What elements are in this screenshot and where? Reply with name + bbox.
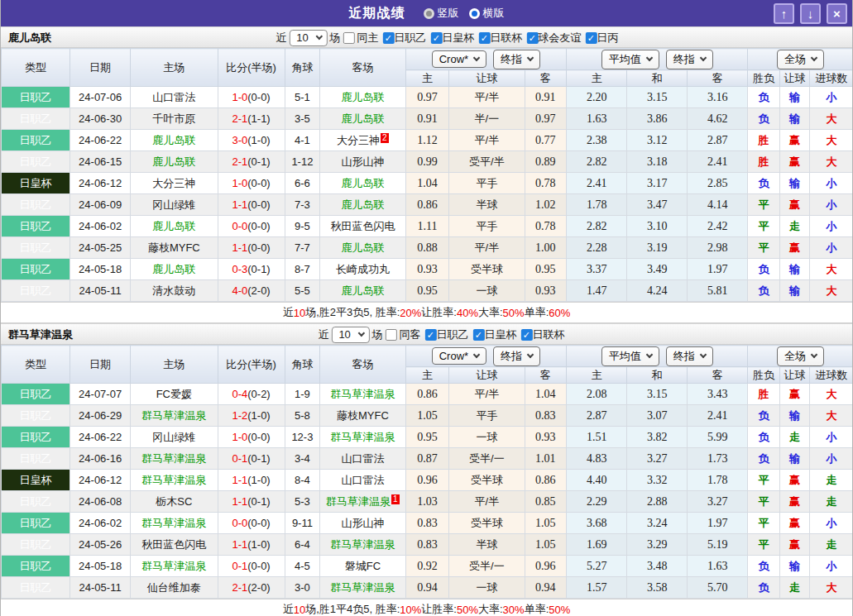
average-select[interactable]: 平均值 — [601, 346, 659, 366]
corners-cell: 6-4 — [285, 534, 320, 556]
checkbox-label: 同客 — [399, 327, 420, 342]
result-text: 胜 — [758, 388, 769, 400]
handicap-away-odds: 1.00 — [525, 237, 567, 259]
league-checkbox[interactable]: ✓球会友谊 — [526, 31, 581, 45]
section-header-1: 鹿儿岛联近10场同主✓日职乙✓日皇杯✓日联杯✓球会友谊✓日丙 — [1, 26, 852, 48]
close-button[interactable]: × — [827, 3, 847, 24]
bookmaker-select[interactable]: Crow* — [432, 50, 486, 68]
column-header: 日期 — [70, 346, 131, 384]
result-winloss: 平 — [748, 237, 780, 259]
fulltime-score: 3-0 — [232, 134, 247, 146]
home-team-name: 冈山绿雉 — [152, 431, 195, 443]
league-checkbox[interactable]: ✓日联杯 — [478, 31, 522, 45]
home-team-name[interactable]: 鹿儿岛联 — [152, 263, 195, 275]
handicap-home-odds: 1.04 — [405, 173, 449, 194]
away-team-name[interactable]: 鹿儿岛联 — [341, 284, 384, 297]
match-row: 日职乙24-05-26秋田蓝色闪电1-1(1-0)6-4群马草津温泉0.83半球… — [2, 534, 853, 556]
match-count-value: 10 — [296, 31, 308, 44]
corners-cell: 12-3 — [285, 427, 320, 448]
final-odds-select[interactable]: 终指 — [493, 346, 540, 366]
bookmaker-select[interactable]: Crow* — [432, 347, 486, 365]
home-team-cell: 群马草津温泉 — [131, 448, 218, 470]
chevron-down-icon — [315, 32, 322, 39]
result-goals: 大 — [810, 130, 853, 151]
home-team-cell: 鹿儿岛联 — [131, 259, 218, 280]
europe-draw-odds: 3.32 — [627, 470, 688, 491]
corners-cell: 5-1 — [285, 87, 320, 108]
match-count-select[interactable]: 10 — [289, 30, 327, 46]
checkbox-label: 日丙 — [597, 31, 618, 45]
chevron-down-icon — [811, 55, 817, 61]
home-team-name[interactable]: 群马草津温泉 — [141, 474, 206, 486]
layout-radio-vertical[interactable]: 竖版 — [424, 6, 459, 21]
match-row: 日职乙24-06-09冈山绿雉1-1(0-0)7-3鹿儿岛联0.86半球1.02… — [2, 194, 853, 216]
dropdown-label: 平均值 — [609, 52, 641, 67]
match-scope-select[interactable]: 全场 — [777, 50, 824, 69]
layout-radio-horizontal[interactable]: 横版 — [469, 6, 505, 21]
average-select[interactable]: 平均值 — [601, 50, 659, 69]
summary-segment: 大率: — [478, 602, 503, 616]
away-team-name[interactable]: 鹿儿岛联 — [341, 241, 384, 254]
fulltime-score: 1-1 — [232, 198, 247, 211]
europe-home-odds: 3.37 — [567, 259, 627, 280]
result-text: 平 — [758, 538, 769, 551]
result-text: 负 — [758, 177, 769, 189]
move-up-button[interactable]: ↑ — [774, 3, 794, 24]
handicap-line: 一球 — [449, 427, 525, 448]
score-cell: 0-0(0-0) — [218, 513, 285, 534]
result-text: 赢 — [789, 155, 800, 168]
away-team-name[interactable]: 鹿儿岛联 — [341, 112, 384, 125]
corners-cell: 3-0 — [285, 577, 320, 599]
league-type-cell: 日职乙 — [2, 534, 70, 556]
final-odds-select[interactable]: 终指 — [493, 50, 540, 69]
league-checkbox[interactable]: ✓日皇杯 — [430, 31, 474, 45]
home-team-name[interactable]: 群马草津温泉 — [141, 452, 206, 465]
checkbox-label: 日职乙 — [394, 31, 426, 45]
away-team-name[interactable]: 群马草津温泉 — [330, 388, 395, 400]
final-odds-select[interactable]: 终指 — [666, 346, 713, 366]
league-checkbox[interactable]: ✓日联杯 — [520, 327, 564, 342]
move-down-button[interactable]: ↓ — [800, 3, 821, 24]
away-team-name[interactable]: 群马草津温泉 — [330, 538, 395, 551]
away-team-name[interactable]: 鹿儿岛联 — [341, 91, 384, 103]
home-team-name[interactable]: 群马草津温泉 — [141, 409, 206, 422]
home-team-cell: 鹿儿岛联 — [131, 130, 218, 151]
league-checkbox[interactable]: ✓日皇杯 — [472, 327, 516, 342]
match-filter: 近10场同主✓日职乙✓日皇杯✓日联杯✓球会友谊✓日丙 — [276, 27, 618, 48]
europe-draw-odds: 3.15 — [627, 384, 688, 405]
match-row: 日职乙24-06-30千叶市原2-1(1-1)3-5鹿儿岛联0.91半/一0.9… — [2, 108, 853, 130]
home-team-name[interactable]: 鹿儿岛联 — [152, 134, 195, 146]
handicap-home-odds: 0.99 — [405, 151, 449, 173]
europe-home-odds: 5.27 — [567, 556, 627, 577]
home-team-name[interactable]: 鹿儿岛联 — [152, 220, 195, 232]
match-count-select[interactable]: 10 — [331, 327, 369, 343]
handicap-line: 受平/半 — [449, 151, 525, 173]
home-team-cell: 群马草津温泉 — [131, 513, 218, 534]
home-team-name[interactable]: 群马草津温泉 — [141, 517, 206, 529]
europe-draw-odds: 3.49 — [627, 259, 688, 280]
same-venue-checkbox[interactable]: 同主 — [343, 31, 378, 45]
away-team-name[interactable]: 鹿儿岛联 — [341, 198, 384, 211]
away-team-name[interactable]: 群马草津温泉 — [330, 581, 395, 594]
away-team-cell: 磐城FC — [320, 556, 405, 577]
home-team-name[interactable]: 鹿儿岛联 — [152, 155, 195, 168]
league-checkbox[interactable]: ✓日丙 — [585, 31, 618, 45]
handicap-line: 平/半 — [449, 237, 525, 259]
same-venue-checkbox[interactable]: 同客 — [385, 327, 420, 342]
europe-away-odds: 3.43 — [688, 384, 748, 405]
away-team-name[interactable]: 鹿儿岛联 — [341, 177, 384, 189]
league-checkbox[interactable]: ✓日职乙 — [382, 31, 426, 45]
home-team-name[interactable]: 群马草津温泉 — [141, 560, 206, 572]
summary-segment: 场,胜2平3负5, 胜率: — [305, 305, 400, 320]
match-count-value: 10 — [338, 328, 350, 341]
column-header: 角球 — [285, 346, 320, 384]
away-team-name[interactable]: 群马草津温泉 — [330, 431, 395, 443]
final-odds-select[interactable]: 终指 — [666, 50, 713, 69]
europe-draw-odds: 3.47 — [627, 194, 688, 216]
away-team-name[interactable]: 群马草津温泉 — [326, 495, 391, 508]
checkbox-icon: ✓ — [520, 329, 532, 341]
europe-home-odds: 2.82 — [567, 216, 627, 237]
match-scope-select[interactable]: 全场 — [777, 346, 824, 366]
europe-away-odds: 2.98 — [688, 237, 748, 259]
league-checkbox[interactable]: ✓日职乙 — [424, 327, 468, 342]
